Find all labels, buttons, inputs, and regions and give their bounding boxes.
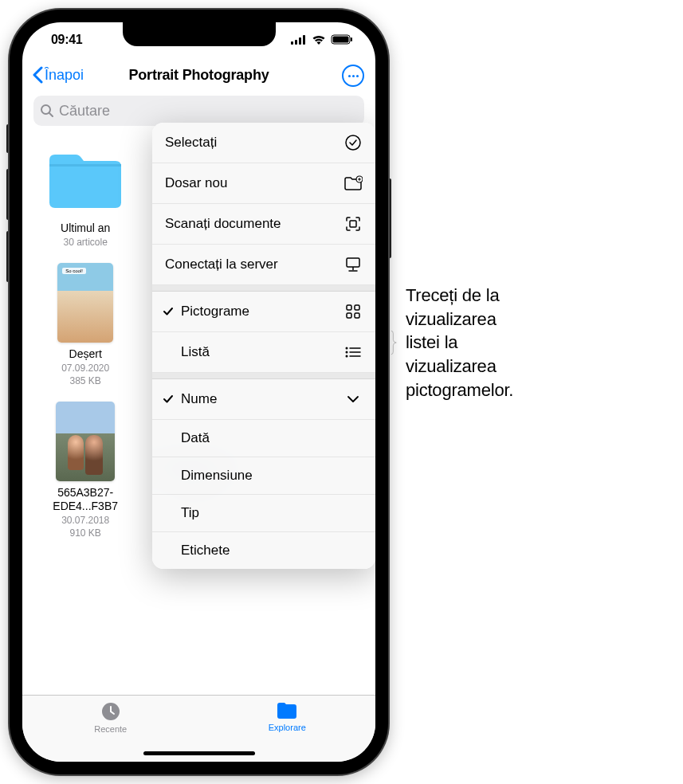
back-label: Înapoi — [45, 67, 84, 84]
file-size: 910 KB — [69, 527, 100, 539]
tab-label: Explorare — [269, 723, 306, 732]
menu-sort-size[interactable]: Dimensiune — [152, 457, 375, 495]
folder-item[interactable]: Ultimul an 30 articole — [33, 137, 137, 249]
server-icon — [343, 255, 363, 274]
file-date: 30.07.2018 — [61, 515, 109, 526]
select-icon — [343, 133, 363, 152]
svg-point-19 — [346, 347, 348, 350]
svg-rect-18 — [355, 313, 359, 318]
svg-rect-2 — [299, 37, 301, 45]
grid-icon — [343, 302, 363, 321]
device-notch — [123, 22, 276, 46]
status-time: 09:41 — [51, 33, 82, 47]
annotation-text: Treceți de la vizualizarea listei la viz… — [406, 284, 532, 402]
svg-rect-17 — [347, 313, 351, 318]
search-field[interactable]: Căutare — [33, 96, 364, 126]
menu-label: Dosar nou — [165, 175, 227, 191]
search-icon — [40, 104, 54, 118]
folder-icon — [275, 700, 299, 721]
menu-label: Conectați la server — [165, 257, 278, 272]
folder-meta: 30 articole — [63, 237, 107, 249]
menu-connect-server[interactable]: Conectați la server — [152, 245, 375, 285]
back-button[interactable]: Înapoi — [32, 66, 84, 84]
tab-label: Recente — [94, 724, 127, 734]
folder-name: Ultimul an — [61, 221, 110, 235]
svg-rect-0 — [291, 41, 293, 45]
list-icon — [343, 343, 363, 362]
annotation-bracket — [391, 299, 398, 386]
menu-label: Dimensiune — [181, 468, 253, 484]
menu-sort-name[interactable]: Nume — [152, 379, 375, 420]
battery-icon — [331, 33, 353, 48]
device-frame: 09:41 Înapoi Po — [10, 10, 388, 774]
file-name: Deșert — [69, 347, 102, 361]
svg-rect-12 — [347, 258, 359, 267]
menu-sort-type[interactable]: Tip — [152, 495, 375, 532]
svg-point-23 — [346, 355, 348, 358]
svg-rect-15 — [347, 305, 351, 310]
menu-label: Etichete — [181, 543, 230, 559]
menu-select[interactable]: Selectați — [152, 123, 375, 163]
menu-label: Pictograme — [181, 304, 249, 319]
chevron-down-icon — [343, 390, 363, 409]
menu-view-icons[interactable]: Pictograme — [152, 292, 375, 332]
menu-label: Selectați — [165, 135, 217, 151]
svg-line-8 — [49, 113, 53, 116]
svg-rect-6 — [351, 37, 352, 41]
annotation: Treceți de la vizualizarea listei la viz… — [391, 284, 532, 402]
file-size: 385 KB — [69, 375, 100, 386]
wifi-icon — [312, 33, 326, 48]
chevron-left-icon — [32, 66, 43, 84]
file-item[interactable]: 565A3B27-EDE4...F3B7 30.07.2018910 KB — [33, 402, 137, 539]
home-indicator[interactable] — [143, 751, 255, 755]
svg-rect-3 — [303, 35, 305, 45]
menu-label: Scanați documente — [165, 216, 281, 232]
svg-rect-16 — [355, 305, 359, 310]
menu-scan-documents[interactable]: Scanați documente — [152, 204, 375, 245]
svg-point-21 — [346, 351, 348, 354]
menu-label: Dată — [181, 430, 210, 446]
scan-icon — [343, 214, 363, 233]
menu-view-list[interactable]: Listă — [152, 332, 375, 373]
menu-new-folder[interactable]: Dosar nou — [152, 163, 375, 204]
clock-icon — [100, 700, 122, 723]
svg-rect-5 — [333, 37, 349, 43]
new-folder-icon — [343, 174, 363, 193]
checkmark-icon — [162, 305, 175, 318]
menu-sort-date[interactable]: Dată — [152, 420, 375, 457]
svg-point-9 — [346, 135, 360, 150]
phone-side-button — [388, 178, 391, 258]
cellular-icon — [291, 33, 307, 48]
context-menu: Selectați Dosar nou Scanați documente Co… — [152, 123, 375, 569]
search-placeholder: Căutare — [59, 103, 110, 120]
ellipsis-icon — [348, 75, 359, 77]
menu-label: Nume — [181, 391, 217, 407]
file-item[interactable]: So cool! Deșert 07.09.2020385 KB — [33, 263, 137, 387]
menu-label: Tip — [181, 505, 199, 521]
file-name: 565A3B27-EDE4...F3B7 — [37, 486, 133, 513]
tab-recents[interactable]: Recente — [22, 696, 199, 746]
image-thumbnail: So cool! — [57, 263, 113, 343]
folder-icon — [45, 148, 125, 212]
checkmark-icon — [162, 393, 175, 406]
menu-label: Listă — [181, 344, 210, 360]
svg-rect-1 — [295, 40, 297, 45]
image-thumbnail — [56, 402, 115, 481]
tab-browse[interactable]: Explorare — [199, 696, 376, 746]
navigation-bar: Înapoi Portrait Photography — [22, 57, 375, 92]
file-date: 07.09.2020 — [61, 363, 109, 374]
menu-sort-tags[interactable]: Etichete — [152, 532, 375, 569]
more-button[interactable] — [342, 65, 364, 87]
svg-rect-11 — [350, 221, 356, 227]
